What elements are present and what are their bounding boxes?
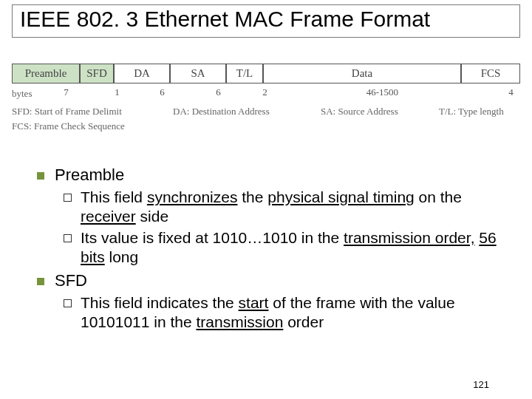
t: order xyxy=(283,313,324,330)
frame-bytes-data: 46-1500 xyxy=(283,86,481,100)
t: transmission xyxy=(196,313,283,330)
t: transmission order, xyxy=(344,229,474,246)
page-number: 121 xyxy=(473,379,489,390)
t: This field xyxy=(81,188,147,205)
bullet-preamble-sub1: This field synchronizes the physical sig… xyxy=(64,188,511,227)
bullet-text: This field synchronizes the physical sig… xyxy=(81,188,511,227)
bullet-sfd-sub1: This field indicates the start of the fr… xyxy=(64,293,511,332)
t: This field indicates the xyxy=(81,294,239,311)
frame-bytes-sa: 6 xyxy=(190,86,246,100)
legend-row-1: SFD: Start of Frame DelimitDA: Destinati… xyxy=(12,106,520,117)
bullet-preamble-sub2: Its value is fixed at 1010…1010 in the t… xyxy=(64,228,511,267)
frame-diagram: PreambleSFDDASAT/LDataFCS bytes 7166246-… xyxy=(12,64,520,132)
t: the xyxy=(237,188,267,205)
t: long xyxy=(105,248,139,265)
frame-field-data: Data xyxy=(263,64,461,83)
bullet-text: Its value is fixed at 1010…1010 in the t… xyxy=(81,228,511,267)
legend-row-2: FCS: Frame Check Sequence xyxy=(12,120,520,132)
square-bullet-icon xyxy=(37,172,44,180)
frame-field-preamble: Preamble xyxy=(12,64,80,83)
bullet-text: This field indicates the start of the fr… xyxy=(81,293,511,332)
t: receiver xyxy=(81,208,136,225)
bullet-sfd: SFD xyxy=(37,271,511,290)
legend-item: T/L: Type length xyxy=(439,106,520,117)
slide: IEEE 802. 3 Ethernet MAC Frame Format Pr… xyxy=(0,4,532,399)
title-box: IEEE 802. 3 Ethernet MAC Frame Format xyxy=(12,4,520,38)
bytes-cells: 7166246-15004 xyxy=(2,86,532,100)
bullet-label: Preamble xyxy=(55,166,124,185)
bullet-preamble: Preamble xyxy=(37,166,511,185)
t: synchronizes xyxy=(147,188,238,205)
frame-field-sa: SA xyxy=(170,64,226,83)
t: Its value is fixed at 1010…1010 in the xyxy=(81,229,344,246)
t: physical signal timing xyxy=(267,188,414,205)
legend-item: DA: Destination Address xyxy=(173,106,321,117)
t: start xyxy=(239,294,269,311)
frame-bytes-fcs: 4 xyxy=(481,86,532,100)
frame-bytes-da: 6 xyxy=(134,86,190,100)
frame-field-tl: T/L xyxy=(226,64,263,83)
body-text: Preamble This field synchronizes the phy… xyxy=(37,161,511,334)
hollow-square-bullet-icon xyxy=(64,299,72,307)
frame-bytes-tl: 2 xyxy=(246,86,283,100)
legend-item: SA: Source Address xyxy=(321,106,439,117)
frame-field-da: DA xyxy=(114,64,170,83)
page-title: IEEE 802. 3 Ethernet MAC Frame Format xyxy=(20,7,512,33)
t: side xyxy=(136,208,168,225)
legend-item: FCS: Frame Check Sequence xyxy=(12,120,520,132)
frame-field-fcs: FCS xyxy=(461,64,520,83)
frame-field-sfd: SFD xyxy=(80,64,114,83)
frame-header-row: PreambleSFDDASAT/LDataFCS xyxy=(12,64,520,83)
frame-bytes-sfd: 1 xyxy=(100,86,134,100)
hollow-square-bullet-icon xyxy=(64,194,72,202)
legend-item: SFD: Start of Frame Delimit xyxy=(12,106,173,117)
t: on the xyxy=(415,188,462,205)
square-bullet-icon xyxy=(37,278,44,285)
bullet-label: SFD xyxy=(55,271,87,290)
hollow-square-bullet-icon xyxy=(64,234,72,242)
frame-bytes-preamble: 7 xyxy=(32,86,100,100)
frame-bytes-row: bytes 7166246-15004 xyxy=(12,86,520,100)
